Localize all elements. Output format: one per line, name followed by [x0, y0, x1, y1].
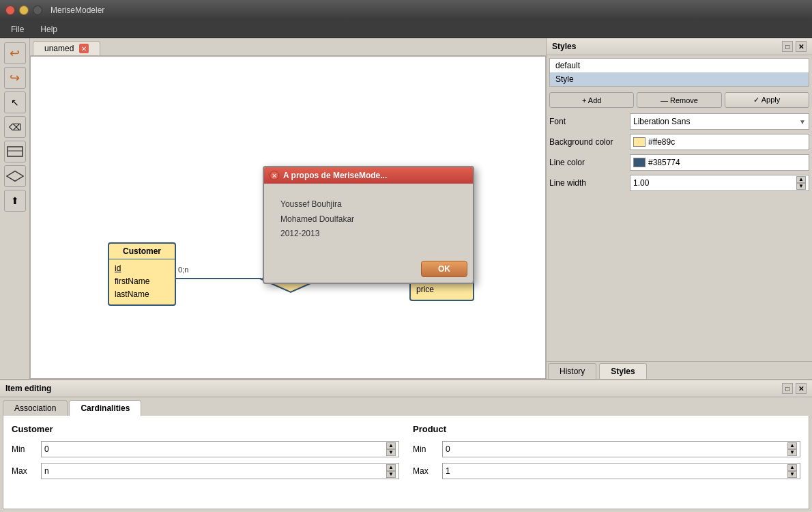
about-dialog: ✕ A propos de MeriseMode... Youssef Bouh… — [263, 166, 474, 284]
product-max-down[interactable]: ▼ — [787, 471, 797, 478]
left-toolbar: ↩ ↪ ↖ ⌫ ⬆ — [0, 38, 30, 379]
tab-unamed[interactable]: unamed ✕ — [33, 41, 100, 55]
style-props: Font Liberation Sans ▼ Background color … — [547, 111, 812, 194]
customer-min-input[interactable]: 0 ▲ ▼ — [41, 441, 399, 457]
product-min-spinners: ▲ ▼ — [787, 442, 797, 456]
customer-cardinality-group: Customer Min 0 ▲ ▼ Max n — [12, 424, 399, 500]
undo-btn[interactable]: ↩ — [4, 42, 26, 64]
item-editing-content: Customer Min 0 ▲ ▼ Max n — [3, 416, 809, 509]
styles-panel: Styles □ ✕ default Style + Add — Remove … — [546, 38, 812, 379]
main-area: ↩ ↪ ↖ ⌫ ⬆ unamed ✕ — [0, 38, 812, 512]
tab-cardinalities[interactable]: Cardinalities — [69, 400, 141, 416]
line-color-value[interactable]: #385774 — [630, 154, 809, 171]
font-label: Font — [549, 117, 624, 126]
line-width-up[interactable]: ▲ — [796, 176, 806, 183]
dialog-overlay: ✕ A propos de MeriseMode... Youssef Bouh… — [31, 57, 545, 378]
line-color-row: Line color #385774 — [549, 154, 809, 171]
product-max-label: Max — [413, 466, 437, 476]
style-item-default[interactable]: default — [550, 59, 809, 72]
product-min-value: 0 — [446, 444, 450, 454]
line-color-swatch — [633, 158, 646, 167]
svg-rect-0 — [8, 147, 23, 156]
customer-max-row: Max n ▲ ▼ — [12, 463, 399, 479]
titlebar: MeriseModeler — [0, 0, 812, 20]
customer-min-spinners: ▲ ▼ — [386, 442, 396, 456]
styles-panel-title: Styles — [552, 42, 576, 51]
customer-max-spinners: ▲ ▼ — [386, 464, 396, 478]
menubar: File Help — [0, 20, 812, 38]
product-min-down[interactable]: ▼ — [787, 449, 797, 456]
customer-min-value: 0 — [44, 444, 49, 454]
tab-association[interactable]: Association — [3, 400, 68, 416]
dialog-titlebar: ✕ A propos de MeriseMode... — [264, 167, 473, 184]
customer-card-title: Customer — [12, 424, 399, 434]
menu-help[interactable]: Help — [33, 23, 64, 35]
eraser-btn[interactable]: ⌫ — [4, 116, 26, 138]
customer-min-down[interactable]: ▼ — [386, 449, 396, 456]
item-editing-title: Item editing — [5, 384, 51, 393]
line-color-label: Line color — [549, 158, 624, 167]
line-width-row: Line width 1.00 ▲ ▼ — [549, 175, 809, 191]
style-item-style[interactable]: Style — [550, 72, 809, 86]
window-min-btn[interactable] — [19, 5, 29, 15]
styles-panel-restore-btn[interactable]: □ — [782, 41, 793, 52]
assoc-btn[interactable] — [4, 165, 26, 187]
bg-color-value[interactable]: #ffe89c — [630, 134, 809, 150]
customer-min-label: Min — [12, 444, 35, 454]
product-max-up[interactable]: ▲ — [787, 464, 797, 471]
font-row: Font Liberation Sans ▼ — [549, 113, 809, 130]
bg-color-row: Background color #ffe89c — [549, 134, 809, 150]
product-min-row: Min 0 ▲ ▼ — [413, 441, 800, 457]
dialog-line3: 2012-2013 — [280, 227, 456, 242]
customer-max-up[interactable]: ▲ — [386, 464, 396, 471]
dialog-line2: Mohamed Doulfakar — [280, 212, 456, 227]
entity-btn[interactable] — [4, 141, 26, 162]
product-min-label: Min — [413, 444, 437, 454]
styles-tabs: History Styles — [547, 361, 812, 379]
product-cardinality-group: Product Min 0 ▲ ▼ Max 1 — [413, 424, 800, 500]
menu-file[interactable]: File — [4, 23, 31, 35]
dialog-title: A propos de MeriseMode... — [283, 171, 387, 180]
window-max-btn[interactable] — [33, 5, 42, 15]
product-max-row: Max 1 ▲ ▼ — [413, 463, 800, 479]
item-editing-restore-btn[interactable]: □ — [782, 383, 793, 394]
font-value[interactable]: Liberation Sans ▼ — [630, 113, 809, 130]
styles-panel-close-btn[interactable]: ✕ — [796, 41, 807, 52]
customer-max-value: n — [44, 466, 49, 476]
styles-panel-header-btns: □ ✕ — [782, 41, 807, 52]
redo-btn[interactable]: ↪ — [4, 67, 26, 89]
product-min-up[interactable]: ▲ — [787, 442, 797, 449]
line-width-down[interactable]: ▼ — [796, 183, 806, 190]
bottom-section: Item editing □ ✕ Association Cardinaliti… — [0, 379, 812, 512]
bg-color-swatch — [633, 137, 646, 147]
select-btn[interactable]: ↖ — [4, 91, 26, 113]
product-max-input[interactable]: 1 ▲ ▼ — [442, 463, 800, 479]
line-width-spinners: ▲ ▼ — [796, 176, 806, 190]
dialog-body: Youssef Bouhjira Mohamed Doulfakar 2012-… — [264, 184, 473, 255]
line-width-label: Line width — [549, 178, 624, 188]
dialog-line1: Youssef Bouhjira — [280, 197, 456, 212]
add-style-btn[interactable]: + Add — [549, 92, 634, 108]
line-width-value[interactable]: 1.00 ▲ ▼ — [630, 175, 809, 191]
canvas-area[interactable]: Customer id firstName lastName 0;n — [30, 56, 546, 379]
bg-color-label: Background color — [549, 137, 624, 147]
inherit-btn[interactable]: ⬆ — [4, 190, 26, 212]
item-editing-close-btn[interactable]: ✕ — [796, 383, 807, 394]
window-close-btn[interactable] — [5, 5, 15, 15]
top-section: ↩ ↪ ↖ ⌫ ⬆ unamed ✕ — [0, 38, 812, 379]
styles-panel-header: Styles □ ✕ — [547, 38, 812, 55]
tab-close-btn[interactable]: ✕ — [79, 44, 89, 53]
product-min-input[interactable]: 0 ▲ ▼ — [442, 441, 800, 457]
style-list: default Style — [549, 58, 809, 87]
product-card-title: Product — [413, 424, 800, 434]
tab-styles[interactable]: Styles — [599, 363, 646, 379]
customer-max-input[interactable]: n ▲ ▼ — [41, 463, 399, 479]
ok-button[interactable]: OK — [421, 261, 467, 277]
tab-history[interactable]: History — [548, 363, 596, 379]
customer-min-up[interactable]: ▲ — [386, 442, 396, 449]
remove-style-btn[interactable]: — Remove — [637, 92, 721, 108]
customer-max-down[interactable]: ▼ — [386, 471, 396, 478]
dialog-footer: OK — [264, 255, 473, 283]
apply-style-btn[interactable]: ✓ Apply — [725, 92, 809, 108]
dialog-close-btn[interactable]: ✕ — [270, 171, 279, 180]
